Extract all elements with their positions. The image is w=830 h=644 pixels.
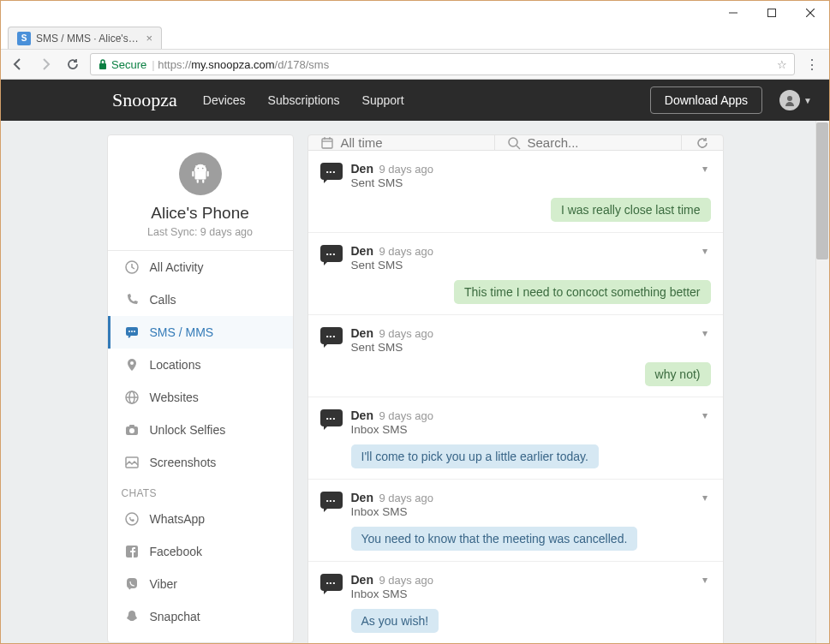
sidebar-item-facebook[interactable]: Facebook bbox=[108, 535, 293, 568]
secure-label: Secure bbox=[111, 58, 146, 71]
viber-icon bbox=[124, 576, 140, 592]
time-filter-label: All time bbox=[341, 135, 383, 150]
user-menu[interactable]: ▼ bbox=[779, 90, 812, 110]
search-box[interactable] bbox=[495, 135, 682, 150]
message-type: Sent SMS bbox=[351, 176, 690, 189]
time-filter[interactable]: All time bbox=[308, 135, 495, 150]
image-icon bbox=[124, 455, 140, 470]
sidebar-item-label: Facebook bbox=[150, 545, 202, 558]
app-header: Snoopza Devices Subscriptions Support Do… bbox=[1, 80, 829, 121]
globe-icon bbox=[124, 390, 140, 405]
browser-toolbar: Secure | https://my.snoopza.com/d/178/sm… bbox=[1, 49, 829, 80]
chevron-down-icon: ▼ bbox=[803, 96, 812, 105]
message-type: Sent SMS bbox=[351, 341, 690, 354]
svg-rect-8 bbox=[206, 171, 208, 177]
sidebar-item-websites[interactable]: Websites bbox=[108, 381, 293, 414]
device-header: Alice's Phone Last Sync: 9 days ago bbox=[108, 135, 293, 251]
svg-point-12 bbox=[201, 168, 203, 170]
message-menu-caret[interactable]: ▾ bbox=[699, 161, 711, 176]
browser-tab[interactable]: S SMS / MMS · Alice's Pho × bbox=[8, 27, 162, 49]
scrollbar-thumb[interactable] bbox=[816, 122, 828, 259]
message-timestamp: 9 days ago bbox=[379, 492, 433, 504]
message-menu-caret[interactable]: ▾ bbox=[699, 490, 711, 505]
window-close[interactable] bbox=[791, 1, 829, 25]
search-input[interactable] bbox=[528, 135, 669, 150]
svg-point-33 bbox=[509, 138, 517, 146]
browser-tabbar: S SMS / MMS · Alice's Pho × bbox=[1, 25, 829, 49]
sidebar-item-label: Screenshots bbox=[150, 456, 217, 469]
facebook-icon bbox=[124, 544, 140, 559]
message-type: Inbox SMS bbox=[351, 587, 690, 600]
reload-button[interactable] bbox=[63, 54, 83, 75]
message-menu-caret[interactable]: ▾ bbox=[699, 572, 711, 587]
message-type: Inbox SMS bbox=[351, 505, 690, 518]
message-bubble-icon: ••• bbox=[320, 245, 343, 262]
svg-rect-24 bbox=[129, 425, 134, 427]
message-timestamp: 9 days ago bbox=[379, 327, 433, 340]
svg-point-23 bbox=[129, 428, 134, 433]
sidebar-item-label: Websites bbox=[150, 391, 199, 404]
window-minimize[interactable] bbox=[714, 1, 752, 25]
svg-rect-9 bbox=[196, 180, 198, 183]
last-sync-label: Last Sync: 9 days ago bbox=[116, 226, 284, 238]
sidebar-item-calls[interactable]: Calls bbox=[108, 283, 293, 316]
message-menu-caret[interactable]: ▾ bbox=[699, 243, 711, 259]
svg-rect-4 bbox=[99, 63, 106, 69]
message-contact: Den bbox=[351, 408, 373, 422]
lock-icon bbox=[98, 58, 108, 70]
nav-support[interactable]: Support bbox=[362, 93, 404, 107]
window-titlebar bbox=[1, 1, 829, 25]
sidebar-item-sms[interactable]: SMS / MMS bbox=[108, 316, 293, 349]
sidebar-item-whatsapp[interactable]: WhatsApp bbox=[108, 503, 293, 535]
message-list: •••Den 9 days agoSent SMS▾I was really c… bbox=[308, 151, 724, 643]
bookmark-star-icon[interactable]: ☆ bbox=[777, 58, 787, 71]
back-button[interactable] bbox=[8, 54, 28, 75]
pin-icon bbox=[124, 357, 140, 373]
message-bubble-icon: ••• bbox=[320, 409, 343, 426]
logo[interactable]: Snoopza bbox=[112, 89, 177, 111]
message-menu-caret[interactable]: ▾ bbox=[699, 325, 711, 341]
tab-close-icon[interactable]: × bbox=[146, 32, 152, 45]
svg-point-15 bbox=[128, 331, 130, 332]
svg-point-16 bbox=[131, 331, 133, 332]
window-maximize[interactable] bbox=[752, 1, 791, 25]
nav-devices[interactable]: Devices bbox=[203, 93, 246, 107]
sidebar: Alice's Phone Last Sync: 9 days ago All … bbox=[107, 134, 294, 643]
refresh-button[interactable] bbox=[682, 135, 723, 150]
message-bubble: This time I need to concoct something be… bbox=[454, 280, 710, 304]
address-bar[interactable]: Secure | https://my.snoopza.com/d/178/sm… bbox=[90, 53, 795, 75]
sidebar-item-locations[interactable]: Locations bbox=[108, 349, 293, 381]
message-timestamp: 9 days ago bbox=[379, 245, 433, 258]
nav-subscriptions[interactable]: Subscriptions bbox=[268, 93, 340, 107]
message-item: •••Den 9 days agoInbox SMS▾I'll come to … bbox=[308, 397, 723, 479]
filter-bar: All time bbox=[308, 134, 724, 151]
svg-rect-6 bbox=[194, 171, 206, 180]
message-bubble: why not) bbox=[645, 362, 711, 386]
snapchat-icon bbox=[124, 609, 140, 624]
clock-icon bbox=[124, 259, 140, 275]
svg-rect-1 bbox=[767, 9, 775, 17]
sidebar-section-chats: CHATS bbox=[108, 479, 293, 503]
main-column: All time •••Den 9 days agoSent SMS▾I was… bbox=[308, 134, 724, 643]
svg-rect-29 bbox=[322, 139, 332, 148]
scrollbar[interactable] bbox=[815, 121, 829, 643]
message-bubble-icon: ••• bbox=[320, 574, 343, 591]
message-menu-caret[interactable]: ▾ bbox=[699, 408, 711, 423]
message-bubble: As you wish! bbox=[351, 609, 439, 633]
sidebar-item-viber[interactable]: Viber bbox=[108, 568, 293, 600]
svg-rect-10 bbox=[202, 180, 204, 183]
browser-menu-icon[interactable]: ⋮ bbox=[802, 57, 822, 73]
svg-point-26 bbox=[126, 513, 138, 525]
message-item: •••Den 9 days agoInbox SMS▾As you wish! bbox=[308, 561, 723, 643]
sidebar-item-label: Locations bbox=[150, 358, 201, 372]
url-path: /d/178/sms bbox=[275, 58, 330, 71]
sidebar-item-all-activity[interactable]: All Activity bbox=[108, 251, 293, 283]
sidebar-item-label: WhatsApp bbox=[150, 512, 206, 526]
sidebar-item-snapchat[interactable]: Snapchat bbox=[108, 600, 293, 633]
sidebar-item-label: SMS / MMS bbox=[150, 325, 214, 339]
page-body: Alice's Phone Last Sync: 9 days ago All … bbox=[1, 121, 829, 643]
forward-button[interactable] bbox=[35, 54, 56, 75]
sidebar-item-screenshots[interactable]: Screenshots bbox=[108, 446, 293, 479]
sidebar-item-unlock-selfies[interactable]: Unlock Selfies bbox=[108, 414, 293, 446]
download-apps-button[interactable]: Download Apps bbox=[650, 86, 762, 114]
